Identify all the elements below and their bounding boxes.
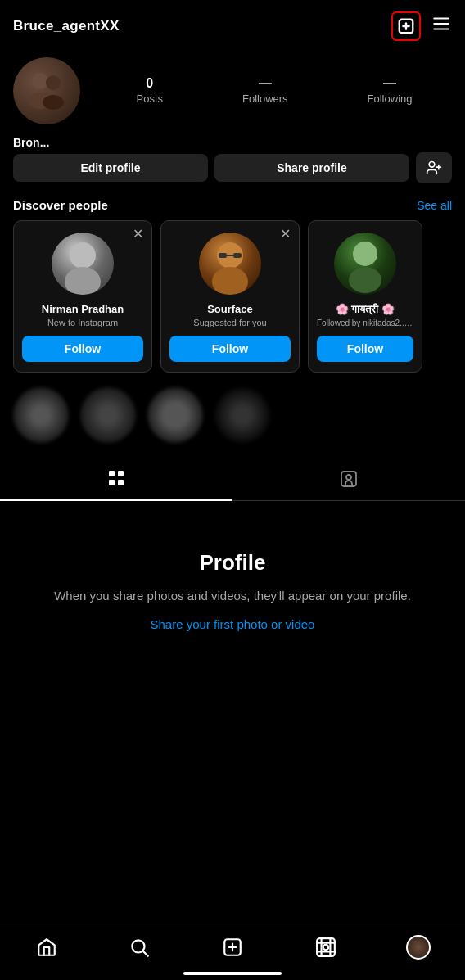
- new-post-button[interactable]: [391, 11, 421, 41]
- empty-state: Profile When you share photos and videos…: [0, 501, 465, 664]
- nav-search-button[interactable]: [119, 933, 160, 962]
- posts-count: 0: [136, 76, 163, 91]
- svg-point-14: [65, 267, 101, 295]
- person-3-face-icon: [334, 233, 396, 295]
- highlights-row: [0, 379, 465, 450]
- following-stat[interactable]: — Following: [368, 76, 413, 106]
- posts-label: Posts: [136, 93, 163, 105]
- person-3-name: 🌸 गायत्री 🌸: [317, 303, 413, 316]
- hamburger-menu-button[interactable]: [431, 13, 452, 39]
- profile-top: 0 Posts — Followers — Following: [13, 57, 452, 124]
- svg-rect-33: [317, 938, 335, 956]
- svg-point-6: [32, 73, 48, 89]
- svg-rect-5: [433, 28, 449, 29]
- discover-header: Discover people See all: [13, 198, 452, 212]
- edit-profile-button[interactable]: Edit profile: [13, 154, 208, 182]
- see-all-button[interactable]: See all: [417, 199, 452, 212]
- close-card-2-button[interactable]: ✕: [280, 228, 291, 241]
- highlight-item-1[interactable]: [13, 387, 69, 447]
- profile-name: Bron...: [13, 136, 452, 149]
- svg-rect-22: [109, 471, 115, 476]
- nav-reels-button[interactable]: [305, 933, 346, 962]
- close-card-1-button[interactable]: ✕: [133, 228, 143, 241]
- nav-home-button[interactable]: [26, 933, 67, 962]
- follow-person-3-button[interactable]: Follow: [317, 336, 413, 362]
- nav-profile-button[interactable]: [398, 933, 439, 962]
- person-2-sub: Suggested for you: [169, 318, 291, 327]
- avatar-image: [13, 57, 80, 124]
- discover-cards: ✕ Nirman Pradhan New to Instagram Follow: [13, 220, 452, 373]
- highlight-circle-2: [80, 387, 136, 443]
- highlight-circle-3: [147, 387, 203, 443]
- svg-line-29: [143, 951, 148, 956]
- svg-point-34: [323, 945, 328, 951]
- svg-point-20: [353, 242, 377, 266]
- menu-icon: [431, 13, 452, 34]
- person-2-face-icon: [199, 233, 261, 295]
- person-1-avatar-image: [52, 233, 114, 295]
- stats-row: 0 Posts — Followers — Following: [97, 76, 452, 106]
- svg-point-10: [429, 162, 435, 168]
- discover-section: Discover people See all ✕ Nirman Pradhan: [0, 195, 465, 379]
- svg-rect-24: [109, 480, 115, 485]
- svg-rect-26: [341, 472, 356, 486]
- tab-grid-button[interactable]: [0, 457, 232, 501]
- empty-title: Profile: [200, 550, 266, 576]
- followers-label: Followers: [242, 93, 288, 105]
- empty-description: When you share photos and videos, they'l…: [54, 587, 411, 606]
- search-icon: [129, 937, 150, 958]
- person-3-sub: Followed by nikitadas2... more: [317, 318, 413, 327]
- home-icon: [36, 937, 57, 958]
- highlight-circle-4: [214, 387, 270, 443]
- person-card-1: ✕ Nirman Pradhan New to Instagram Follow: [13, 220, 152, 373]
- person-1-avatar[interactable]: [52, 233, 114, 295]
- person-3-avatar-image: [334, 233, 396, 295]
- svg-point-9: [43, 95, 64, 110]
- person-3-avatar[interactable]: [334, 233, 396, 295]
- svg-rect-18: [233, 253, 242, 258]
- person-1-face-icon: [52, 233, 114, 295]
- svg-point-13: [70, 242, 96, 269]
- followers-stat[interactable]: — Followers: [242, 76, 288, 106]
- svg-rect-25: [118, 480, 124, 485]
- svg-point-21: [349, 267, 381, 293]
- nav-create-button[interactable]: [212, 933, 253, 962]
- posts-stat[interactable]: 0 Posts: [136, 76, 163, 106]
- profile-section: 0 Posts — Followers — Following Bron... …: [0, 49, 465, 195]
- follow-person-2-button[interactable]: Follow: [169, 336, 291, 362]
- person-2-avatar[interactable]: [199, 233, 261, 295]
- plus-square-icon: [397, 17, 415, 35]
- highlight-item-2[interactable]: [80, 387, 136, 447]
- person-2-name: Sourface: [169, 303, 291, 315]
- home-indicator: [183, 972, 282, 975]
- share-first-photo-link[interactable]: Share your first photo or video: [151, 617, 315, 631]
- share-profile-button[interactable]: Share profile: [214, 154, 409, 182]
- nav-profile-avatar: [406, 935, 431, 960]
- svg-rect-23: [118, 471, 124, 476]
- reels-icon: [315, 937, 336, 958]
- person-1-sub: New to Instagram: [22, 318, 143, 327]
- person-2-avatar-image: [199, 233, 261, 295]
- header: Bruce_agentXX: [0, 0, 465, 49]
- followers-count: —: [242, 76, 288, 91]
- action-buttons: Edit profile Share profile: [13, 152, 452, 183]
- following-label: Following: [368, 93, 413, 105]
- add-person-icon: [426, 160, 442, 176]
- discover-title: Discover people: [13, 198, 108, 212]
- person-1-name: Nirman Pradhan: [22, 303, 143, 315]
- username-label: Bruce_agentXX: [13, 18, 120, 34]
- highlight-circle-1: [13, 387, 69, 443]
- svg-rect-4: [433, 23, 449, 25]
- svg-rect-17: [219, 253, 227, 258]
- avatar[interactable]: [13, 57, 80, 124]
- person-card-2: ✕ Sourface Suggested for you: [160, 220, 300, 373]
- follow-person-1-button[interactable]: Follow: [22, 336, 143, 362]
- tagged-icon: [339, 469, 359, 489]
- following-count: —: [368, 76, 413, 91]
- header-icons: [391, 11, 452, 41]
- tab-tagged-button[interactable]: [232, 457, 465, 501]
- svg-point-7: [46, 75, 61, 90]
- highlight-item-3[interactable]: [147, 387, 203, 447]
- highlight-item-4[interactable]: [214, 387, 270, 447]
- add-person-button[interactable]: [416, 152, 452, 183]
